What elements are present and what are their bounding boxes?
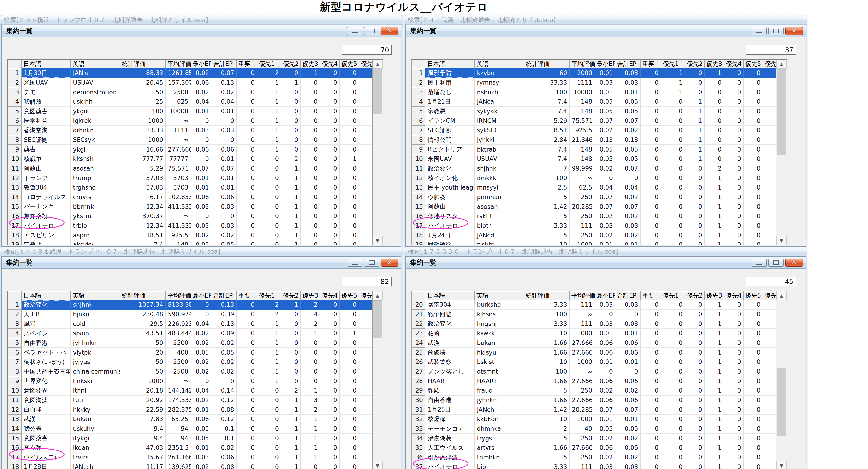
row-number-cell[interactable]: 1 (8, 68, 22, 78)
table-cell[interactable]: 1 (257, 376, 281, 386)
table-cell[interactable]: 0 (744, 348, 763, 357)
scrollbar-thumb[interactable] (777, 69, 786, 155)
table-cell[interactable]: 29.5 (120, 319, 166, 329)
table-cell[interactable]: 925.5 (569, 126, 595, 135)
row-number-cell[interactable]: 15 (8, 434, 22, 443)
table-cell[interactable]: 0 (685, 88, 705, 97)
table-cell[interactable]: 0 (685, 240, 705, 245)
result-count-field[interactable]: 70 (342, 45, 392, 55)
table-row[interactable]: 15バーナンキbbrnnk12.34411.3330.030.03001000 (8, 202, 373, 212)
table-cell[interactable]: 2 (301, 300, 320, 310)
table-cell[interactable]: 0 (744, 240, 763, 245)
table-cell[interactable]: 1 (281, 300, 301, 310)
table-cell[interactable]: 0 (724, 414, 744, 424)
table-cell[interactable]: 0 (301, 106, 320, 116)
scrollbar-thumb[interactable] (373, 300, 382, 338)
table-cell[interactable]: 0.02 (595, 126, 615, 135)
table-cell[interactable]: 0 (641, 319, 661, 329)
table-cell[interactable]: 0.02 (212, 88, 237, 97)
table-cell[interactable]: 0 (744, 309, 763, 319)
table-cell[interactable]: 0.02 (212, 367, 237, 376)
table-cell[interactable]: 1 (301, 329, 320, 338)
table-cell[interactable]: 0 (301, 348, 320, 357)
table-cell[interactable]: 2500 (166, 357, 191, 367)
table-cell[interactable]: hkisyu (475, 348, 524, 357)
table-cell[interactable] (359, 319, 373, 329)
table-cell[interactable]: 1 (661, 78, 685, 88)
table-cell[interactable]: 0 (340, 202, 359, 212)
table-cell[interactable]: 0 (724, 212, 744, 221)
table-cell[interactable]: 0 (320, 329, 340, 338)
column-header[interactable]: 最小EP (595, 60, 615, 68)
table-cell[interactable]: 777.77 (120, 154, 166, 164)
table-row[interactable]: 15意図薬害itykgi9.4940.050.1001100 (8, 434, 373, 443)
table-cell[interactable]: 0 (320, 212, 340, 221)
row-number-cell[interactable]: 15 (412, 202, 426, 212)
table-cell[interactable]: 0 (744, 434, 763, 443)
minimize-button[interactable] (347, 27, 362, 35)
table-row[interactable]: 36引かぬ津波tnmhkn52500.020.02000100 (412, 452, 777, 462)
table-cell[interactable]: 0 (641, 300, 661, 310)
table-row[interactable]: 11意図淘汰tutit20.92174.3330.020.12001300 (8, 395, 373, 405)
table-cell[interactable]: 0 (744, 202, 763, 212)
table-cell[interactable]: artvrs (475, 443, 524, 453)
table-cell[interactable] (763, 348, 777, 357)
aggregate-titlebar[interactable]: 集約一覧 ✕ (405, 257, 806, 269)
table-cell[interactable]: hnkski (71, 376, 120, 386)
table-cell[interactable]: 0 (237, 173, 257, 183)
table-cell[interactable]: 0.07 (595, 405, 615, 414)
table-cell[interactable]: 0 (744, 88, 763, 97)
table-row[interactable]: 3范増なしnshnzh100100000.010.01010000 (412, 88, 777, 97)
row-number-cell[interactable]: 12 (8, 173, 22, 183)
table-cell[interactable]: 0 (320, 395, 340, 405)
table-cell[interactable]: 0.07 (615, 164, 641, 173)
table-cell[interactable]: 0.13 (212, 78, 237, 88)
table-cell[interactable]: デモ (22, 88, 71, 97)
table-cell[interactable]: 1261.857 (166, 68, 191, 78)
table-cell[interactable]: 250 (569, 452, 595, 462)
table-cell[interactable]: sykSEC (475, 126, 524, 135)
table-cell[interactable]: 0 (661, 367, 685, 376)
table-cell[interactable]: biotr (475, 221, 524, 230)
table-cell[interactable]: fraud (475, 386, 524, 396)
table-cell[interactable]: 0.02 (212, 357, 237, 367)
table-cell[interactable]: 0 (257, 221, 281, 230)
table-row[interactable]: 10核戦争kksnsh777.777777700.01002001 (8, 154, 373, 164)
table-row[interactable]: 24武漢bukan1.6627.6660.060.06000100 (412, 338, 777, 348)
table-cell[interactable]: 0 (301, 78, 320, 88)
table-cell[interactable]: 0 (661, 348, 685, 357)
table-cell[interactable]: 0 (301, 357, 320, 367)
table-row[interactable]: 12白血球hkkky22.59282.3750.010.08001200 (8, 405, 373, 414)
scroll-down-icon[interactable]: ▼ (373, 236, 383, 245)
table-cell[interactable]: 0 (724, 462, 744, 469)
table-cell[interactable] (763, 367, 777, 376)
table-cell[interactable]: 0 (641, 126, 661, 135)
scrollbar-thumb[interactable] (373, 69, 382, 115)
table-cell[interactable]: 0 (320, 443, 340, 453)
column-header[interactable]: 重要 (237, 291, 257, 300)
table-cell[interactable]: kksnsh (71, 154, 120, 164)
table-cell[interactable]: 0 (320, 424, 340, 434)
table-cell[interactable]: 0 (661, 145, 685, 154)
row-number-cell[interactable]: 23 (412, 329, 426, 338)
table-cell[interactable]: 411.333 (166, 221, 191, 230)
table-cell[interactable]: kswzk (475, 329, 524, 338)
table-cell[interactable]: bukan (71, 414, 120, 424)
table-cell[interactable]: 0 (661, 97, 685, 107)
column-header[interactable]: 優先2 (281, 291, 301, 300)
table-cell[interactable]: jyjyus (71, 357, 120, 367)
table-cell[interactable]: 0 (724, 78, 744, 88)
table-cell[interactable]: 低地リスク (426, 212, 475, 221)
table-cell[interactable]: 0 (744, 386, 763, 396)
table-row[interactable]: 1風邪予防kzybu6020000.010.03010100 (412, 68, 777, 78)
table-cell[interactable]: 483.444 (166, 329, 191, 338)
table-cell[interactable]: 0.02 (595, 434, 615, 443)
table-cell[interactable]: 43.51 (120, 329, 166, 338)
table-cell[interactable]: uskihh (71, 97, 120, 107)
table-cell[interactable]: 0 (301, 376, 320, 386)
table-cell[interactable]: 0 (595, 367, 615, 376)
table-cell[interactable] (359, 240, 373, 245)
table-cell[interactable]: ithni (71, 386, 120, 396)
table-cell[interactable]: 0 (744, 357, 763, 367)
row-number-cell[interactable]: 26 (412, 357, 426, 367)
